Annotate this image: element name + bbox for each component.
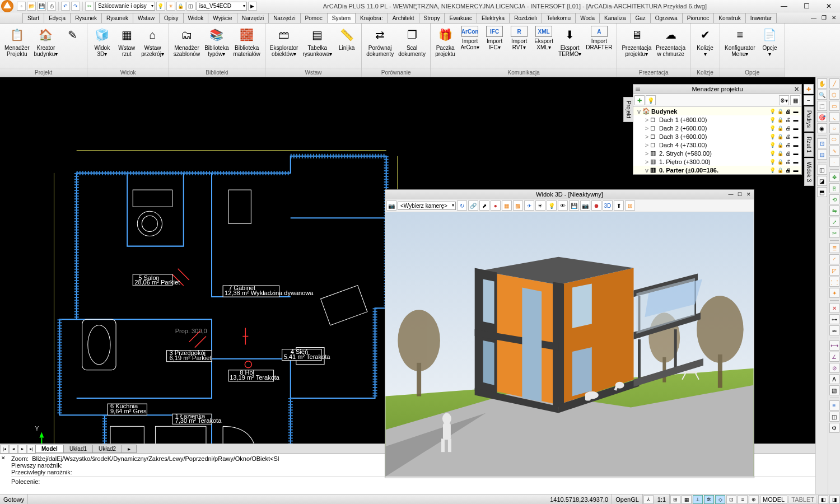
qat-sketch-combo[interactable]: Szkicowanie i opisy: [95, 2, 155, 11]
ribbon-button[interactable]: IFCImport IFC▾: [482, 25, 507, 52]
dim-lin-icon[interactable]: ⟷: [829, 340, 839, 351]
ribbon-button[interactable]: RImport RVT▾: [507, 25, 531, 52]
v3d-link-icon[interactable]: 🔗: [468, 200, 478, 211]
widok-tab[interactable]: Widok 3: [804, 158, 814, 186]
bulb-icon[interactable]: 💡: [769, 150, 776, 157]
color-icon[interactable]: ▬: [792, 133, 799, 140]
qat-sketch-icon[interactable]: ✂: [85, 2, 94, 11]
ribbon-tab[interactable]: Gaz: [630, 13, 650, 23]
ribbon-tab[interactable]: Pomoc: [300, 13, 328, 23]
ribbon-button[interactable]: ≡Konfigurator Menu▾: [722, 25, 757, 58]
color-icon[interactable]: ▬: [792, 158, 799, 165]
qat-saveall-icon[interactable]: ⎙: [47, 2, 56, 11]
ribbon-button[interactable]: ▦Wstaw rzut: [114, 25, 139, 58]
mod-offset-icon[interactable]: ≣: [829, 243, 839, 253]
v3d-cam2-icon[interactable]: 📷: [580, 200, 590, 211]
tool-d-icon[interactable]: ◪: [817, 176, 827, 186]
ribbon-tab[interactable]: Ogrzewa: [650, 13, 683, 23]
osnap-toggle[interactable]: ◇: [715, 495, 725, 504]
qat-save-icon[interactable]: 💾: [37, 2, 46, 11]
ribbon-button[interactable]: ☁Prezentacja w chmurze: [654, 25, 688, 58]
ribbon-button[interactable]: 🏠Kreator budynku▾: [31, 25, 60, 58]
bulb-icon[interactable]: 💡: [769, 125, 776, 132]
draw-rect-icon[interactable]: ▭: [829, 101, 839, 111]
ribbon-tab[interactable]: Architekt: [388, 13, 419, 23]
bulb-icon[interactable]: 💡: [769, 142, 776, 148]
v3d-grid2-icon[interactable]: ▩: [513, 200, 523, 211]
polar-toggle[interactable]: ✲: [704, 495, 714, 504]
ribbon-tab[interactable]: Widok: [183, 13, 209, 23]
podrys-tab[interactable]: Podrys: [804, 106, 814, 132]
ribbon-tab[interactable]: Rysunek: [101, 13, 133, 23]
v3d-save-icon[interactable]: 💾: [569, 200, 579, 211]
mod-join-icon[interactable]: ⊶: [829, 314, 839, 324]
lwt-toggle[interactable]: ≡: [738, 495, 748, 504]
v3d-camera-icon[interactable]: 📷: [386, 200, 396, 211]
rzut-tab[interactable]: Rzut 1: [804, 133, 814, 157]
qat-lock-icon[interactable]: 🔒: [176, 2, 185, 11]
tool-3d-icon[interactable]: ◉: [817, 123, 827, 133]
ribbon-tab[interactable]: Piorunoc: [682, 13, 714, 23]
ribbon-tab[interactable]: Narzędzi: [268, 13, 300, 23]
v3d-minimize-icon[interactable]: —: [727, 190, 735, 198]
mdi-minimize-icon[interactable]: —: [810, 13, 818, 21]
ribbon-button[interactable]: ❐Scal dokumenty: [396, 25, 428, 58]
color-icon[interactable]: ▬: [792, 116, 799, 123]
tool-sel-icon[interactable]: ⬚: [817, 101, 827, 111]
ribbon-button[interactable]: XMLEksport XML▾: [531, 25, 556, 52]
ribbon-tab[interactable]: Rysunek: [70, 13, 102, 23]
dim-rad-icon[interactable]: ⊘: [829, 363, 839, 373]
bulb-icon[interactable]: 💡: [769, 133, 776, 140]
tree-row[interactable]: >◻Dach 3 (+600.00)💡🔒🖨▬: [633, 132, 801, 141]
ribbon-button[interactable]: ✔Kolizje ▾: [693, 25, 717, 58]
ribbon-tab[interactable]: Wstaw: [133, 13, 160, 23]
ribbon-button[interactable]: ✎: [60, 25, 85, 46]
view3d-canvas[interactable]: [385, 212, 754, 477]
tree-row[interactable]: >▥1. Piętro (+300.00)💡🔒🖨▬: [633, 157, 801, 166]
tool-c-icon[interactable]: ◫: [817, 165, 827, 175]
ribbon-tab[interactable]: Edycja: [44, 13, 71, 23]
tree-row[interactable]: >◻Dach 2 (+600.00)💡🔒🖨▬: [633, 124, 801, 132]
expand-icon[interactable]: >: [643, 150, 650, 157]
block-icon[interactable]: ◫: [829, 412, 839, 422]
qat-sun-icon[interactable]: ☀: [166, 2, 175, 11]
ribbon-button[interactable]: ⬇Eksport TERMO▾: [556, 25, 584, 58]
ortho-toggle[interactable]: ⊥: [693, 495, 703, 504]
color-icon[interactable]: ▬: [792, 167, 799, 174]
expand-icon[interactable]: >: [643, 133, 650, 140]
print-icon[interactable]: 🖨: [785, 150, 791, 157]
ribbon-button[interactable]: 📏Linijka: [334, 25, 359, 52]
color-icon[interactable]: ▬: [792, 108, 799, 115]
print-icon[interactable]: 🖨: [785, 116, 791, 123]
v3d-bulb-icon[interactable]: 💡: [547, 200, 557, 211]
ribbon-button[interactable]: ▤Tabelka rysunkowa▾: [300, 25, 334, 58]
grid-toggle[interactable]: ▦: [682, 495, 692, 504]
status-ucs-icon[interactable]: ⅄: [643, 495, 654, 504]
ribbon-button[interactable]: 📚Biblioteka typów▾: [202, 25, 231, 58]
tool-b-icon[interactable]: ⊟: [817, 150, 827, 160]
v3d-rec-icon[interactable]: ⏺: [591, 200, 601, 211]
mdi-close-icon[interactable]: ✕: [830, 13, 838, 21]
lock-icon[interactable]: 🔒: [777, 167, 783, 174]
ribbon-tab[interactable]: Ewakuac: [444, 13, 477, 23]
ribbon-button[interactable]: 🧱Biblioteka materiałów: [231, 25, 262, 58]
draw-poly-icon[interactable]: ⬡: [829, 90, 839, 100]
lock-icon[interactable]: 🔒: [777, 133, 783, 140]
v3d-refresh-icon[interactable]: ↻: [457, 200, 467, 211]
mdi-restore-icon[interactable]: ❐: [820, 13, 828, 21]
qat-layer-icon[interactable]: ◫: [186, 2, 195, 11]
status-model[interactable]: MODEL: [760, 496, 787, 503]
v3d-grid1-icon[interactable]: ▦: [502, 200, 512, 211]
pm-add-icon[interactable]: ✚: [634, 95, 645, 105]
tool-a-icon[interactable]: ⊡: [817, 138, 827, 148]
draw-arc-icon[interactable]: ◟: [829, 112, 839, 122]
layout-tab[interactable]: Model: [35, 445, 64, 453]
status-ratio[interactable]: 1:1: [654, 494, 670, 504]
tool-e-icon[interactable]: ⬒: [817, 187, 827, 197]
minimize-button[interactable]: —: [773, 0, 795, 12]
ribbon-tab[interactable]: Elektryka: [477, 13, 510, 23]
ribbon-tab[interactable]: Woda: [575, 13, 600, 23]
color-icon[interactable]: ▬: [792, 142, 799, 148]
expand-icon[interactable]: >: [643, 116, 650, 123]
view3d-window[interactable]: Widok 3D - [Nieaktywny] — ☐ ✕ 📷 <Wybierz…: [385, 189, 754, 478]
